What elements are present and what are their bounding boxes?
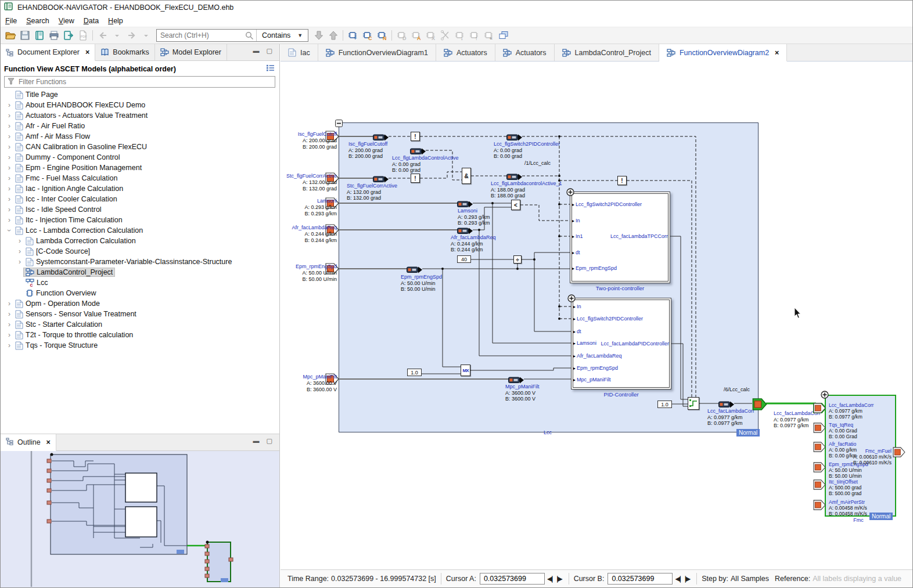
chevron-right-icon[interactable]: ›	[5, 311, 13, 318]
minimize-icon[interactable]: ▬	[253, 47, 260, 60]
tree-item-afr-air-fuel-ratio[interactable]: ›Afr - Air Fuel Ratio	[1, 121, 279, 131]
tree-item-can-calibration-in-gasoline-flexecu[interactable]: ›CAN Calibration in Gasoline FlexECU	[1, 142, 279, 152]
switch-block[interactable]	[688, 397, 699, 410]
contains-dropdown[interactable]: Contains▼	[257, 31, 308, 39]
tree-item-fmc-fuel-mass-calculation[interactable]: ›Fmc - Fuel Mass Calculation	[1, 173, 279, 183]
signal-label-Mpc_pManiFilt[interactable]: Mpc_pManiFiltA: 3600.00 VB: 3600.00 V	[505, 384, 540, 402]
chevron-right-icon[interactable]: ›	[16, 248, 24, 255]
export-icon[interactable]	[61, 28, 76, 43]
signal-label-Lcc_flgLambdaControlActive[interactable]: Lcc_flgLambdaControlActiveA: 0.00 gradB:…	[392, 155, 459, 174]
chevron-right-icon[interactable]: ›	[5, 185, 13, 192]
class-n-icon[interactable]: N	[375, 28, 389, 43]
tree-item-about-ehandbook-flexecu-demo[interactable]: ›About EHANDBOOK FlexECU Demo	[1, 100, 279, 110]
editor-tab-iac[interactable]: Iac	[281, 44, 318, 61]
chevron-right-icon[interactable]: ›	[5, 143, 13, 150]
editor-tab-functionoverviewdiagram1[interactable]: FunctionOverviewDiagram1	[318, 44, 436, 61]
fmc-input-port-Amf_mAirPerStr[interactable]	[813, 500, 826, 513]
tree-item-stc-starter-calculation[interactable]: ›Stc - Starter Calculation	[1, 319, 279, 330]
cursor-b-input[interactable]	[608, 573, 673, 585]
tree-item-lambda-correction-calculation[interactable]: ›Lambda Correction Calculation	[1, 236, 279, 246]
signal-label-Lcc_facLambdaCorr[interactable]: Lcc_facLambdaCorrA: 0.0977 g/kmB: 0.0977…	[707, 408, 754, 427]
search-input[interactable]	[157, 31, 243, 39]
signal-label-Lcc_flgLambdacontrolActive_1[interactable]: Lcc_flgLambdacontrolActive_1A: 188.00 gr…	[491, 181, 562, 199]
fmc-output-port-Fmc_mFuel[interactable]	[893, 447, 905, 460]
fmc-input-port-Epm_rpmEngSpd[interactable]	[813, 462, 826, 475]
editor-tab-functionoverviewdiagram2[interactable]: FunctionOverviewDiagram2×	[659, 44, 788, 62]
tree-item-amf-air-mass-flow[interactable]: ›Amf - Air Mass Flow	[1, 131, 279, 142]
tree-item-lcc[interactable]: cLcc	[1, 277, 279, 288]
chevron-right-icon[interactable]: ›	[5, 196, 13, 203]
editor-tab-lambdacontrol_project[interactable]: LambdaControl_Project	[555, 44, 659, 61]
tree-item-function-overview[interactable]: Function Overview	[1, 288, 279, 298]
tree-item-title-page[interactable]: Title Page	[1, 89, 279, 100]
signal-label-Lcc_flgSwitch2PIDController[interactable]: Lcc_flgSwitch2PIDControllerA: 0.00 gradB…	[494, 141, 560, 160]
collapse-icon[interactable]	[335, 119, 343, 127]
less-than-operator[interactable]: <	[511, 200, 520, 210]
minimize-icon[interactable]: ▬	[253, 437, 260, 450]
tree-item-t2t-torque-to-throttle-calculation[interactable]: ›T2t - Torque to throttle calculation	[1, 330, 279, 340]
filter-input[interactable]	[17, 77, 272, 86]
step-by-value[interactable]: All Samples	[731, 575, 769, 583]
divide-operator[interactable]: ÷	[513, 255, 522, 264]
fmc-input-port-Afr_facRatio[interactable]	[813, 442, 826, 454]
chevron-right-icon[interactable]: ›	[5, 331, 13, 338]
chevron-right-icon[interactable]: ›	[5, 164, 13, 171]
menu-file[interactable]: File	[1, 16, 21, 26]
maximize-icon[interactable]: ▢	[267, 437, 272, 450]
tree-item-itc-injection-time-calculation[interactable]: ›Itc - Injection Time Calculation	[1, 215, 279, 225]
signal-label-Stc_flgFuelCorrActive[interactable]: Stc_flgFuelCorrActiveA: 132.00 gradB: 13…	[347, 183, 397, 201]
menu-help[interactable]: Help	[103, 16, 128, 26]
chevron-right-icon[interactable]: ›	[16, 258, 24, 265]
cursor-a-next-button[interactable]: |▶	[556, 575, 561, 583]
fmc-input-port-Lcc_facLambdaCorr[interactable]	[813, 403, 826, 416]
add-class-icon[interactable]: +	[346, 28, 360, 43]
constant-block-1.0[interactable]: 1.0	[657, 401, 672, 408]
expand-icon[interactable]	[821, 391, 829, 399]
chevron-right-icon[interactable]: ›	[5, 206, 13, 213]
tree-item-sensors-sensor-value-treatment[interactable]: ›Sensors - Sensor Value Treatment	[1, 309, 279, 319]
maximize-icon[interactable]: ▢	[267, 47, 272, 60]
tree-item-epm-engine-position-management[interactable]: ›Epm - Engine Position Management	[1, 163, 279, 173]
outline-minimap[interactable]	[1, 451, 279, 587]
chevron-down-icon[interactable]: ›	[6, 226, 13, 235]
menu-view[interactable]: View	[54, 16, 79, 26]
tree-item-actuators-actuators-value-treatment[interactable]: ›Actuators - Actuators Value Treatment	[1, 110, 279, 121]
cursor-a-prev-button[interactable]: ◀|	[547, 575, 552, 583]
chevron-right-icon[interactable]: ›	[5, 154, 13, 161]
chevron-right-icon[interactable]: ›	[5, 342, 13, 349]
chevron-right-icon[interactable]: ›	[5, 102, 13, 109]
signal-label-Lamsoni[interactable]: LamsoniA: 0.293 g/kmB: 0.293 g/km	[458, 208, 490, 226]
view-options-icon[interactable]	[266, 64, 275, 73]
expand-icon[interactable]	[566, 188, 574, 196]
cursor-b-next-button[interactable]: |▶	[685, 575, 689, 583]
mux-operator[interactable]: MX	[461, 365, 470, 376]
tab-bookmarks[interactable]: Bookmarks	[95, 44, 155, 60]
tree-item-lcc-lambda-correction-calculation[interactable]: ›Lcc - Lambda Correction Calculation	[1, 225, 279, 236]
tab-document-explorer[interactable]: Document Explorer×	[1, 44, 95, 61]
chevron-right-icon[interactable]: ›	[5, 321, 13, 328]
duplicate-window-icon[interactable]	[496, 28, 511, 43]
tree-item-lambdacontrol-project[interactable]: LambdaControl_Project	[1, 267, 279, 277]
signal-label-Isc_flgFuelCutoff[interactable]: Isc_flgFuelCutoffA: 200.00 gradB: 200.00…	[348, 141, 387, 160]
output-port-Lcc_facLambdaCorr[interactable]	[752, 398, 767, 413]
chevron-right-icon[interactable]: ›	[5, 133, 13, 140]
tree-item-tqs-torque-structure[interactable]: ›Tqs - Torque Structure	[1, 340, 279, 351]
tree-item-opm-operation-mode[interactable]: ›Opm - Operation Mode	[1, 298, 279, 309]
tree-item-iac-ignition-angle-calculation[interactable]: ›Iac - Ignition Angle Calculation	[1, 183, 279, 194]
not-operator-1[interactable]: !	[411, 132, 420, 141]
expand-icon[interactable]	[567, 294, 576, 302]
cursor-b-prev-button[interactable]: ◀|	[675, 575, 680, 583]
print-icon[interactable]	[46, 28, 61, 43]
chevron-right-icon[interactable]: ›	[5, 300, 13, 307]
menu-data[interactable]: Data	[79, 16, 103, 26]
fmc-input-port-Itc_tiInjOffset[interactable]	[813, 479, 826, 492]
class-c-icon[interactable]: C	[360, 28, 375, 43]
not-operator-2[interactable]: !	[411, 174, 420, 183]
chevron-right-icon[interactable]: ›	[16, 237, 24, 244]
menu-search[interactable]: Search	[21, 16, 54, 26]
open-file-icon[interactable]	[3, 28, 17, 43]
signal-label-Afr_facLambdaReq[interactable]: Afr_facLambdaReqA: 0.244 g/kmB: 0.244 g/…	[451, 235, 496, 253]
tree-item-isc-idle-speed-control[interactable]: ›Isc - Idle Speed Control	[1, 204, 279, 215]
tab-outline[interactable]: Outline ×	[1, 434, 56, 451]
close-icon[interactable]: ×	[46, 438, 51, 446]
